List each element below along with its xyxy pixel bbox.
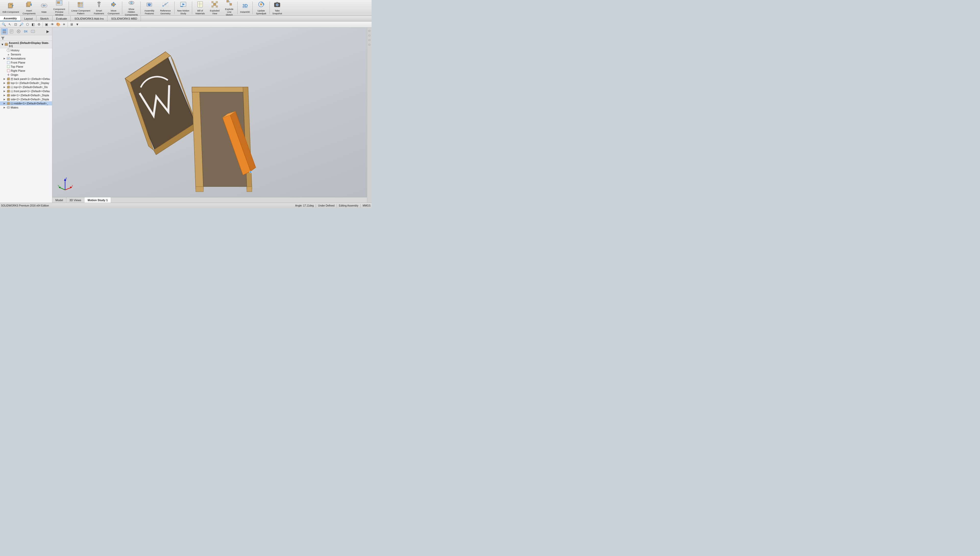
tree-item-mates[interactable]: ▶ Mates	[0, 105, 52, 110]
view-settings-btn[interactable]: ⚙	[36, 22, 42, 27]
section-view-btn[interactable]: ◧	[31, 22, 36, 27]
display-manager-btn[interactable]	[30, 28, 36, 34]
feature-manager-btn[interactable]	[1, 28, 8, 34]
tree-item-annotations[interactable]: ▶ Annotations	[0, 57, 52, 60]
tree-item-front-panel[interactable]: ▶ (-) front panel<1> (Default<<Defau	[0, 89, 52, 93]
tree-root[interactable]: ▼ Assem1 (Default<Display State-1>)	[0, 41, 52, 48]
tab-evaluate[interactable]: Evaluate	[53, 16, 71, 21]
move-component-button[interactable]: MoveComponent	[106, 0, 121, 15]
tree-item-side2[interactable]: ▶ side<2> (Default<Default>_Displa	[0, 97, 52, 101]
panel-expand-btn[interactable]: ▶	[44, 28, 51, 34]
dimxpert-btn[interactable]: DX	[23, 28, 29, 34]
tree-item-middle1[interactable]: ▶ (-) middle<1> (Default<Default>_	[0, 101, 52, 105]
right-panel-btn-4[interactable]: □	[368, 42, 371, 47]
tree-item-front-plane[interactable]: Front Plane	[0, 60, 52, 65]
new-motion-study-label: New MotionStudy	[177, 10, 189, 15]
component-icon-6	[6, 97, 10, 101]
zoom-btn[interactable]: 🔎	[19, 22, 24, 27]
coordinate-indicator: Z X Y	[57, 177, 73, 192]
tree-item-back-panel[interactable]: ▶ (f) back panel<1> (Default<<Defau	[0, 77, 52, 81]
bill-of-materials-button[interactable]: Bill ofMaterials	[193, 0, 207, 15]
tab-sketch[interactable]: Sketch	[37, 16, 53, 21]
assembly-features-button[interactable]: AssemblyFeatures	[142, 0, 157, 15]
show-hidden-components-label: ShowHiddenComponents	[125, 8, 138, 16]
tree-item-origin[interactable]: Origin	[0, 73, 52, 77]
config-manager-btn[interactable]	[15, 28, 22, 34]
viewport[interactable]: Z X Y	[52, 27, 367, 203]
explode-line-sketch-icon	[226, 0, 233, 7]
insert-components-button[interactable]: InsertComponents	[21, 0, 37, 15]
tab-solidworks-addins[interactable]: SOLIDWORKS Add-Ins	[71, 16, 107, 21]
editing-context: Editing Assembly	[339, 204, 358, 207]
smart-fasteners-icon	[95, 1, 103, 9]
right-panel-btn-2[interactable]: □	[368, 33, 371, 37]
tree-root-label: Assem1 (Default<Display State-1>)	[9, 41, 51, 47]
btab-3d-views[interactable]: 3D Views	[66, 197, 84, 203]
view-orient-btn[interactable]: ⬡	[24, 22, 30, 27]
dropdown-btn[interactable]: ▼	[74, 22, 80, 27]
origin-label: Origin	[11, 73, 18, 76]
linear-component-pattern-button[interactable]: Linear ComponentPattern	[70, 0, 92, 15]
zoom-to-fit-btn[interactable]: ⊡	[13, 22, 18, 27]
tab-assembly[interactable]: Assembly	[0, 16, 21, 21]
instant3d-label: Instant3D	[240, 11, 250, 13]
svg-rect-48	[216, 1, 218, 3]
move-component-icon	[110, 1, 117, 9]
property-manager-btn[interactable]	[8, 28, 15, 34]
component-preview-window-button[interactable]: ComponentPreviewWindow	[51, 0, 68, 15]
search-icon-btn[interactable]: 🔍	[1, 22, 6, 27]
middle1-label: (-) middle<1> (Default<Default>_	[11, 102, 48, 105]
edit-component-button[interactable]: Edit Component	[1, 0, 21, 15]
insert-components-icon	[26, 1, 33, 9]
tree-item-history[interactable]: History	[0, 48, 52, 52]
new-motion-study-button[interactable]: New MotionStudy	[176, 0, 191, 15]
display-style-btn[interactable]: ▣	[44, 22, 49, 27]
svg-rect-79	[5, 43, 7, 44]
exploded-view-button[interactable]: ExplodedView	[208, 0, 222, 15]
btab-model[interactable]: Model	[52, 197, 66, 203]
tree-item-sensors[interactable]: Sensors	[0, 52, 52, 57]
tree-item-right-plane[interactable]: Right Plane	[0, 69, 52, 73]
svg-rect-4	[27, 2, 31, 6]
new-motion-study-icon	[180, 1, 187, 9]
update-speedpak-button[interactable]: UpdateSpeedpak	[253, 0, 268, 15]
svg-marker-23	[113, 6, 115, 7]
svg-rect-52	[230, 3, 232, 5]
take-snapshot-button[interactable]: TakeSnapshot	[271, 0, 284, 15]
svg-rect-100	[8, 90, 10, 91]
svg-rect-40	[181, 6, 183, 7]
tree-item-top1[interactable]: ▶ top<1> (Default<Default>_Display	[0, 81, 52, 85]
btab-motion-study-1[interactable]: Motion Study 1	[84, 197, 111, 203]
hide-show-btn[interactable]: 👁	[50, 22, 55, 27]
scene-btn[interactable]: ☀	[61, 22, 67, 27]
right-panel-btn-3[interactable]: □	[368, 38, 371, 42]
explode-line-sketch-button[interactable]: ExplodeLineSketch	[222, 0, 236, 15]
svg-rect-51	[227, 0, 229, 2]
smart-fasteners-button[interactable]: SmartFasteners	[92, 0, 106, 15]
svg-point-62	[276, 4, 278, 6]
mate-button[interactable]: Mate	[38, 0, 50, 15]
mate-icon	[40, 2, 48, 10]
tree-item-top2[interactable]: ▶ (-) top<2> (Default<Default>_Dis	[0, 85, 52, 89]
svg-rect-64	[3, 30, 6, 31]
show-hidden-components-icon	[128, 0, 135, 7]
show-hidden-components-button[interactable]: ShowHiddenComponents	[123, 0, 139, 15]
update-speedpak-icon	[258, 1, 265, 9]
select-btn[interactable]: ↖	[7, 22, 13, 27]
insert-components-label: InsertComponents	[23, 10, 36, 15]
monitor-btn[interactable]: 🖥	[69, 22, 74, 27]
reference-geometry-button[interactable]: ReferenceGeometry	[157, 0, 173, 15]
right-panel-btn-1[interactable]: □	[368, 29, 371, 33]
appearance-btn[interactable]: 🎨	[55, 22, 61, 27]
take-snapshot-label: TakeSnapshot	[272, 10, 282, 15]
svg-rect-94	[8, 78, 10, 79]
exploded-view-icon	[211, 1, 218, 9]
tab-solidworks-mbd[interactable]: SOLIDWORKS MBD	[107, 16, 141, 21]
tab-layout[interactable]: Layout	[21, 16, 37, 21]
right-panel: □ □ □ □	[367, 27, 371, 203]
instant3d-button[interactable]: 3D Instant3D	[239, 0, 252, 15]
sensors-label: Sensors	[11, 53, 21, 56]
svg-rect-96	[8, 82, 10, 83]
tree-item-side1[interactable]: ▶ side<1> (Default<Default>_Displa	[0, 93, 52, 97]
tree-item-top-plane[interactable]: Top Plane	[0, 65, 52, 69]
